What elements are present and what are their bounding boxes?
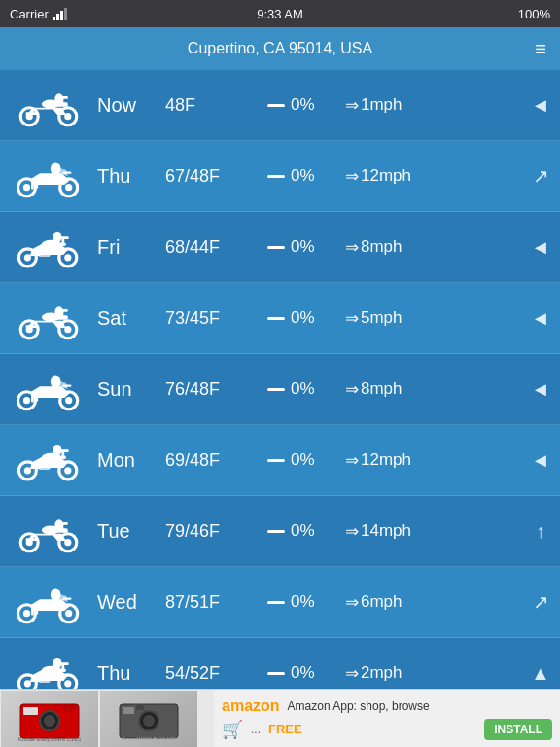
ad-text: Amazon App: shop, browse [288, 699, 430, 713]
wind-label-now: ⇒ 1mph [345, 95, 529, 116]
temp-label-fri: 68/44F [165, 237, 267, 258]
direction-arrow-fri: ◄ [529, 236, 552, 259]
precip-label-sun: 0% [267, 379, 345, 399]
status-left: Carrier [10, 7, 70, 21]
svg-rect-113 [136, 705, 144, 710]
precip-dash-mon [267, 459, 285, 462]
weather-row-tue[interactable]: Tue 79/46F 0% ⇒ 14mph ↑ [0, 496, 560, 567]
svg-rect-112 [122, 707, 134, 714]
precip-value-thu2: 0% [291, 663, 315, 683]
direction-arrow-now: ◄ [529, 94, 552, 117]
wind-label-fri: ⇒ 8mph [345, 237, 529, 258]
precip-value-fri: 0% [291, 237, 315, 257]
precip-value-sun: 0% [291, 379, 315, 399]
day-label-fri: Fri [97, 236, 165, 259]
wind-value-sat: 5mph [361, 308, 402, 328]
svg-point-28 [64, 254, 71, 261]
svg-point-82 [23, 610, 30, 617]
day-label-thu1: Thu [97, 165, 165, 188]
moto-icon-thu1 [0, 153, 97, 199]
app-header: Cupertino, CA 95014, USA ≡ [0, 27, 560, 70]
wind-label-tue: ⇒ 14mph [345, 521, 529, 542]
svg-point-26 [24, 254, 31, 261]
signal-icon [52, 8, 70, 20]
svg-rect-1 [56, 14, 59, 20]
dir-symbol-thu1: ↗ [533, 164, 549, 188]
svg-point-69 [53, 445, 62, 456]
precip-dash-now [267, 104, 285, 107]
dir-symbol-tue: ↑ [536, 520, 545, 543]
svg-rect-2 [60, 11, 63, 20]
weather-row-thu1[interactable]: Thu 67/48F 0% ⇒ 12mph ↗ [0, 141, 560, 212]
weather-row-now[interactable]: Now 48F 0% ⇒ 1mph ◄ [0, 70, 560, 141]
moto-icon-fri [0, 224, 97, 270]
precip-dash-sat [267, 317, 285, 320]
svg-rect-35 [30, 253, 41, 256]
wind-value-now: 1mph [361, 95, 402, 115]
svg-point-59 [24, 467, 31, 474]
svg-point-47 [54, 306, 63, 317]
status-bar: Carrier 9:33 AM 100% [0, 0, 560, 27]
svg-rect-13 [26, 112, 39, 115]
ad-image-1: Kodak EasyShare C195 [1, 691, 98, 747]
weather-row-wed[interactable]: Wed 87/51F 0% ⇒ 6mph ↗ [0, 567, 560, 638]
temp-label-now: 48F [165, 95, 267, 116]
precip-dash-fri [267, 246, 285, 249]
weather-row-fri[interactable]: Fri 68/44F 0% ⇒ 8mph ◄ [0, 212, 560, 283]
ad-install-button[interactable]: INSTALL [484, 719, 552, 740]
precip-value-tue: 0% [291, 521, 315, 541]
svg-point-90 [51, 589, 61, 602]
ad-dots: ... [251, 723, 261, 736]
location-title: Cupertino, CA 95014, USA [188, 40, 372, 57]
svg-marker-19 [31, 173, 70, 185]
ad-amazon-row: amazon Amazon App: shop, browse [222, 697, 552, 715]
svg-rect-101 [30, 679, 41, 682]
moto-icon-mon [0, 437, 97, 483]
svg-rect-55 [31, 397, 34, 402]
moto-icon-tue [0, 508, 97, 554]
svg-point-105 [44, 715, 55, 727]
direction-arrow-tue: ↑ [529, 520, 552, 543]
wind-label-sat: ⇒ 5mph [345, 308, 529, 329]
dir-symbol-sat: ◄ [531, 307, 550, 330]
moto-icon-now [0, 82, 97, 128]
svg-rect-79 [26, 538, 39, 541]
day-label-tue: Tue [97, 520, 165, 543]
wind-icon-thu2: ⇒ [345, 663, 357, 684]
dir-symbol-mon: ◄ [531, 449, 550, 472]
precip-value-thu1: 0% [291, 166, 315, 186]
temp-label-sun: 76/48F [165, 379, 267, 400]
ad-bottom-row: 🛒 ... FREE INSTALL [222, 719, 552, 740]
svg-point-24 [51, 163, 61, 176]
status-time: 9:33 AM [257, 7, 303, 21]
day-label-sun: Sun [97, 378, 165, 401]
svg-rect-3 [64, 8, 67, 20]
precip-label-thu1: 0% [267, 166, 345, 186]
day-label-mon: Mon [97, 449, 165, 472]
weather-row-sun[interactable]: Sun 76/48F 0% ⇒ 8mph ◄ [0, 354, 560, 425]
weather-row-sat[interactable]: Sat 73/45F 0% ⇒ 5mph ◄ [0, 283, 560, 354]
precip-value-now: 0% [291, 95, 315, 115]
direction-arrow-wed: ↗ [529, 590, 552, 614]
svg-point-51 [65, 397, 72, 404]
moto-icon-wed [0, 579, 97, 625]
wind-value-sun: 8mph [361, 379, 402, 399]
wind-icon-fri: ⇒ [345, 237, 357, 258]
wind-value-tue: 14mph [361, 521, 411, 541]
wind-icon-tue: ⇒ [345, 521, 357, 542]
wind-label-thu2: ⇒ 2mph [345, 663, 529, 684]
svg-rect-23 [36, 184, 39, 189]
day-label-sat: Sat [97, 307, 165, 330]
weather-row-mon[interactable]: Mon 69/48F 0% ⇒ 12mph ◄ [0, 425, 560, 496]
dir-symbol-wed: ↗ [533, 590, 549, 614]
ad-banner[interactable]: Kodak EasyShare C195 Sony W800/B 20 MP a… [0, 689, 560, 747]
wind-value-thu1: 12mph [361, 166, 411, 186]
precip-dash-tue [267, 530, 285, 533]
menu-button[interactable]: ≡ [535, 38, 546, 60]
day-label-thu2: Thu [97, 662, 165, 685]
svg-marker-52 [31, 386, 70, 398]
svg-rect-88 [31, 610, 34, 615]
svg-point-61 [64, 467, 71, 474]
wind-value-wed: 6mph [361, 592, 402, 612]
precip-label-thu2: 0% [267, 663, 345, 683]
